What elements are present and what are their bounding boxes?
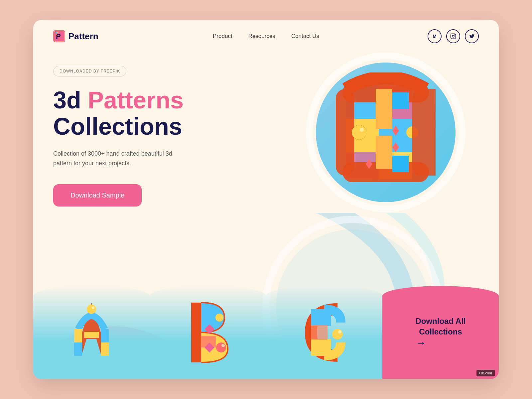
nav-resources[interactable]: Resources: [248, 33, 275, 40]
download-all-text: Download All Collections: [415, 316, 466, 336]
navbar: P Pattern Product Resources Contact Us M: [33, 20, 499, 53]
logo-icon: P: [53, 30, 65, 42]
letter-c-art: [298, 296, 351, 369]
svg-point-49: [332, 329, 343, 339]
download-all-content: Download All Collections →: [415, 316, 466, 349]
svg-rect-5: [56, 34, 57, 35]
social-icons: M: [428, 29, 479, 43]
svg-rect-6: [451, 34, 456, 39]
svg-point-50: [338, 330, 341, 333]
title-patterns: Patterns: [88, 87, 184, 113]
medium-icon[interactable]: M: [428, 29, 442, 43]
svg-rect-51: [311, 325, 328, 340]
download-all-card[interactable]: Download All Collections →: [382, 286, 499, 379]
title-3d: 3d: [53, 87, 81, 113]
arrow-right-icon: →: [415, 337, 466, 349]
svg-point-7: [452, 35, 454, 37]
instagram-icon[interactable]: [446, 29, 460, 43]
watermark: ui8.com: [476, 370, 495, 376]
twitter-icon[interactable]: [465, 29, 479, 43]
title-collections: Collections: [53, 113, 226, 140]
svg-rect-20: [376, 89, 392, 129]
svg-rect-31: [392, 156, 409, 172]
hero-left: DOWNLOADED BY FREEPIK 3d Patterns Collec…: [53, 59, 226, 378]
svg-rect-30: [392, 92, 409, 109]
svg-point-24: [360, 128, 364, 132]
nav-contact[interactable]: Contact Us: [291, 33, 319, 40]
main-illustration: [306, 53, 466, 212]
svg-rect-3: [56, 32, 57, 34]
nav-links: Product Resources Contact Us: [213, 33, 319, 40]
svg-point-23: [352, 125, 366, 140]
logo-area: P Pattern: [53, 30, 98, 42]
hero-title: 3d Patterns Collections: [53, 87, 226, 140]
hero-description: Collection of 3000+ hand crafted beautif…: [53, 149, 186, 168]
brand-name: Pattern: [68, 31, 98, 42]
letter-c-card: [266, 286, 382, 379]
freepik-badge: DOWNLOADED BY FREEPIK: [53, 66, 126, 76]
svg-rect-19: [336, 89, 354, 176]
main-window: P Pattern Product Resources Contact Us M: [33, 20, 499, 379]
nav-product[interactable]: Product: [213, 33, 232, 40]
svg-point-8: [454, 35, 455, 35]
main-3d-art: [326, 72, 446, 192]
download-sample-button[interactable]: Download Sample: [53, 184, 142, 206]
svg-rect-4: [57, 32, 59, 33]
svg-rect-21: [376, 136, 392, 169]
